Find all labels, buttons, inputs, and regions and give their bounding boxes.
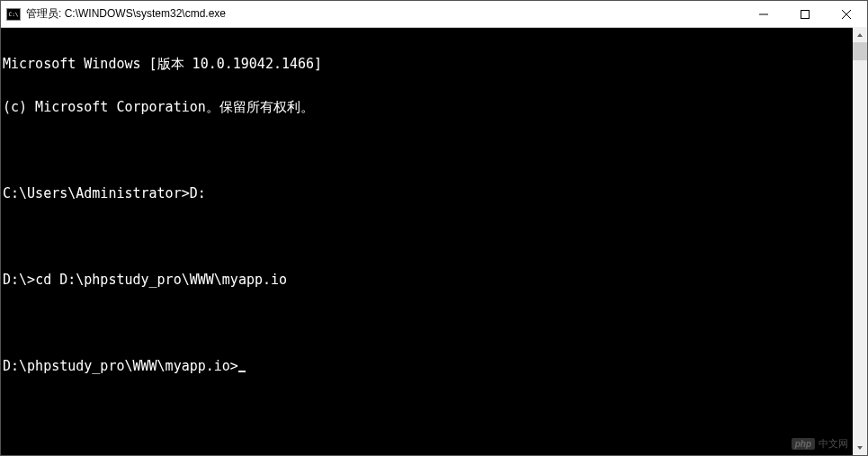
scroll-down-button[interactable] — [853, 440, 867, 455]
terminal-line: C:\Users\Administrator>D: — [3, 186, 865, 201]
terminal-line — [3, 316, 865, 330]
command-text: D: — [190, 185, 206, 201]
cmd-window: 管理员: C:\WINDOWS\system32\cmd.exe Microso… — [0, 0, 868, 456]
prompt: D:\phpstudy_pro\WWW\myapp.io> — [3, 358, 238, 374]
minimize-icon — [759, 10, 768, 19]
terminal-line: (c) Microsoft Corporation。保留所有权利。 — [3, 100, 865, 114]
watermark: php 中文网 — [792, 437, 848, 451]
chevron-up-icon — [856, 31, 864, 39]
cmd-icon — [6, 8, 21, 21]
maximize-button[interactable] — [784, 1, 826, 27]
terminal-line: Microsoft Windows [版本 10.0.19042.1466] — [3, 57, 865, 71]
cursor — [238, 371, 246, 372]
terminal-line — [3, 143, 865, 157]
command-text: cd D:\phpstudy_pro\WWW\myapp.io — [35, 272, 287, 288]
terminal-line: D:\>cd D:\phpstudy_pro\WWW\myapp.io — [3, 273, 865, 287]
titlebar[interactable]: 管理员: C:\WINDOWS\system32\cmd.exe — [1, 1, 867, 28]
vertical-scrollbar[interactable] — [853, 27, 867, 455]
window-controls — [743, 1, 867, 27]
close-button[interactable] — [826, 1, 867, 27]
prompt: D:\> — [3, 272, 35, 288]
maximize-icon — [801, 10, 810, 19]
scroll-up-button[interactable] — [853, 27, 867, 42]
titlebar-left: 管理员: C:\WINDOWS\system32\cmd.exe — [6, 6, 226, 22]
watermark-text: 中文网 — [819, 437, 848, 451]
watermark-logo: php — [792, 438, 815, 450]
scroll-track[interactable] — [853, 42, 867, 440]
terminal-area[interactable]: Microsoft Windows [版本 10.0.19042.1466] (… — [1, 28, 867, 455]
minimize-button[interactable] — [743, 1, 784, 27]
svg-marker-5 — [857, 446, 863, 450]
prompt: C:\Users\Administrator> — [3, 185, 190, 201]
terminal-line: D:\phpstudy_pro\WWW\myapp.io> — [3, 359, 865, 373]
svg-marker-4 — [857, 33, 863, 37]
close-icon — [842, 10, 851, 19]
svg-rect-1 — [801, 10, 810, 18]
scroll-thumb[interactable] — [853, 42, 867, 60]
chevron-down-icon — [856, 444, 864, 452]
terminal-line — [3, 229, 865, 244]
window-title: 管理员: C:\WINDOWS\system32\cmd.exe — [26, 6, 226, 22]
